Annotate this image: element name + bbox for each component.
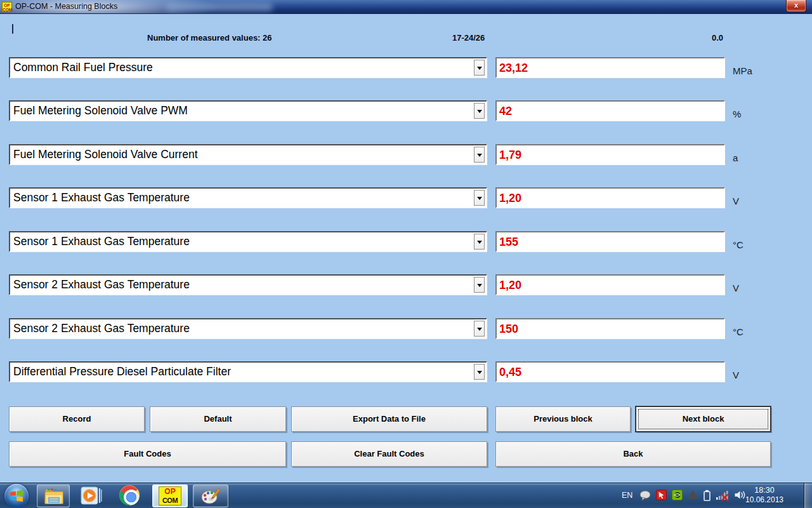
- parameter-name: Fuel Metering Solenoid Valve Current: [13, 145, 198, 164]
- aux-value: 0.0: [712, 33, 723, 43]
- unit-label: V: [733, 283, 739, 293]
- unit-label: a: [733, 152, 738, 163]
- value-field[interactable]: 1,20: [495, 274, 725, 295]
- value-text: 42: [499, 102, 512, 120]
- block-range-indicator: 17-24/26: [452, 33, 485, 43]
- taskbar-paint-button[interactable]: [193, 485, 228, 507]
- parameter-name: Sensor 1 Exhaust Gas Temperature: [13, 232, 190, 251]
- windows-flag-icon: [10, 490, 23, 502]
- remote-control-icon[interactable]: [656, 490, 667, 500]
- default-button[interactable]: Default: [150, 406, 286, 432]
- opcom-taskbar-icon-line2: COM: [159, 496, 181, 505]
- record-button[interactable]: Record: [9, 406, 145, 432]
- taskbar-clock[interactable]: 18:30 10.06.2013: [742, 486, 787, 505]
- close-button[interactable]: x: [786, 0, 806, 12]
- parameter-name: Common Rail Fuel Pressure: [13, 58, 153, 77]
- parameter-name: Sensor 2 Exhaust Gas Temperature: [13, 319, 190, 338]
- measurement-row: Differential Pressure Diesel Particulate…: [0, 361, 812, 383]
- dropdown-arrow-icon[interactable]: [474, 60, 485, 76]
- parameter-dropdown[interactable]: Fuel Metering Solenoid Valve Current: [9, 144, 487, 165]
- value-field[interactable]: 1,20: [495, 187, 725, 208]
- dropdown-arrow-icon[interactable]: [474, 277, 485, 293]
- opcom-taskbar-icon-line1: OP: [159, 487, 181, 496]
- dropdown-arrow-icon[interactable]: [474, 103, 485, 119]
- parameter-dropdown[interactable]: Sensor 1 Exhaust Gas Temperature: [9, 231, 487, 252]
- unit-label: °C: [733, 326, 743, 337]
- value-text: 23,12: [499, 59, 528, 77]
- network-status-icon[interactable]: [716, 490, 730, 501]
- measured-values-count: Number of measured values: 26: [147, 33, 272, 43]
- measurement-row: Sensor 2 Exhaust Gas Temperature1,20V: [0, 274, 812, 296]
- parameter-dropdown[interactable]: Fuel Metering Solenoid Valve PWM: [9, 100, 487, 121]
- back-button[interactable]: Back: [495, 441, 771, 467]
- language-indicator[interactable]: EN: [622, 491, 632, 500]
- parameter-dropdown[interactable]: Common Rail Fuel Pressure: [9, 57, 487, 78]
- value-text: 0,45: [499, 363, 521, 381]
- value-field[interactable]: 42: [495, 100, 725, 121]
- parameter-dropdown[interactable]: Sensor 2 Exhaust Gas Temperature: [9, 318, 487, 339]
- measurement-row: Sensor 1 Exhaust Gas Temperature1,20V: [0, 187, 812, 209]
- dropdown-arrow-icon[interactable]: [474, 234, 485, 250]
- taskbar-media-player-button[interactable]: [75, 485, 108, 507]
- clear-fault-codes-button[interactable]: Clear Fault Codes: [291, 441, 487, 467]
- measurement-row: Fuel Metering Solenoid Valve PWM42%: [0, 100, 812, 122]
- opcom-taskbar-icon: OP COM: [159, 486, 181, 505]
- next-block-button[interactable]: Next block: [636, 406, 771, 432]
- battery-icon[interactable]: [703, 490, 711, 501]
- value-text: 150: [499, 320, 518, 338]
- dropdown-arrow-icon[interactable]: [474, 147, 485, 163]
- parameter-name: Differential Pressure Diesel Particulate…: [13, 363, 231, 381]
- dropdown-arrow-icon[interactable]: [474, 364, 485, 380]
- titlebar: OP COM OP-COM - Measuring Blocks x: [0, 0, 812, 14]
- media-player-icon: [81, 486, 102, 506]
- nvidia-icon[interactable]: [672, 490, 683, 500]
- system-tray: EN: [622, 483, 812, 508]
- google-drive-icon[interactable]: [688, 490, 698, 500]
- parameter-name: Sensor 1 Exhaust Gas Temperature: [13, 189, 190, 207]
- start-button[interactable]: [4, 484, 29, 508]
- opcom-window: OP COM OP-COM - Measuring Blocks x Numbe…: [0, 0, 812, 508]
- unit-label: °C: [733, 239, 743, 250]
- paint-icon: [201, 487, 220, 506]
- titlebar-blurred-text: [166, 3, 273, 11]
- parameter-dropdown[interactable]: Sensor 1 Exhaust Gas Temperature: [9, 187, 487, 208]
- taskbar-explorer-button[interactable]: [37, 485, 70, 507]
- show-desktop-button[interactable]: [804, 483, 812, 508]
- measurement-row: Sensor 1 Exhaust Gas Temperature155°C: [0, 231, 812, 253]
- parameter-name: Sensor 2 Exhaust Gas Temperature: [13, 276, 190, 294]
- measurement-row: Common Rail Fuel Pressure23,12MPa: [0, 57, 812, 79]
- value-text: 155: [499, 233, 518, 251]
- chrome-icon: [119, 485, 140, 505]
- dropdown-arrow-icon[interactable]: [474, 190, 485, 206]
- taskbar-chrome-button[interactable]: [113, 485, 146, 507]
- value-field[interactable]: 150: [495, 318, 725, 339]
- unit-label: V: [733, 370, 739, 380]
- previous-block-button[interactable]: Previous block: [495, 406, 631, 432]
- measurement-row: Fuel Metering Solenoid Valve Current1,79…: [0, 144, 812, 166]
- unit-label: MPa: [733, 65, 752, 76]
- export-data-button[interactable]: Export Data to File: [291, 406, 487, 432]
- unit-label: V: [733, 196, 739, 206]
- text-caret: [12, 24, 13, 34]
- taskbar-opcom-button[interactable]: OP COM: [152, 485, 188, 507]
- value-field[interactable]: 0,45: [495, 361, 725, 382]
- messenger-bubble-icon[interactable]: [639, 490, 651, 501]
- dropdown-arrow-icon[interactable]: [474, 321, 485, 337]
- parameter-name: Fuel Metering Solenoid Valve PWM: [13, 102, 188, 120]
- value-text: 1,20: [499, 276, 521, 294]
- clock-time: 18:30: [742, 486, 787, 495]
- clock-date: 10.06.2013: [742, 495, 787, 505]
- value-field[interactable]: 155: [495, 231, 725, 252]
- file-explorer-icon: [44, 487, 64, 506]
- value-text: 1,79: [499, 146, 521, 164]
- unit-label: %: [733, 109, 741, 119]
- opcom-app-icon-line1: OP: [3, 3, 11, 8]
- value-field[interactable]: 23,12: [495, 57, 725, 78]
- value-text: 1,20: [499, 189, 521, 207]
- opcom-app-icon-line2: COM: [3, 8, 11, 12]
- parameter-dropdown[interactable]: Differential Pressure Diesel Particulate…: [9, 361, 487, 382]
- parameter-dropdown[interactable]: Sensor 2 Exhaust Gas Temperature: [9, 274, 487, 295]
- fault-codes-button[interactable]: Fault Codes: [9, 441, 286, 467]
- taskbar: OP COM EN: [0, 483, 812, 508]
- value-field[interactable]: 1,79: [495, 144, 725, 165]
